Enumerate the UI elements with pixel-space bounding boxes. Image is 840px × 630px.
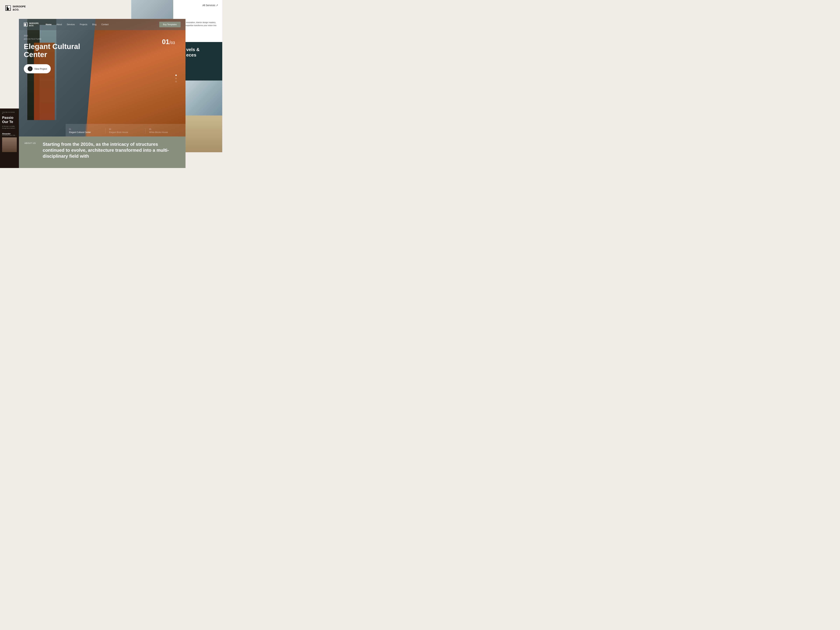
- person-name: Alexander: [2, 133, 17, 135]
- brand-name: SKROOPE &CO.: [13, 5, 26, 11]
- about-section: ABOUT US Starting from the 2010s, as the…: [19, 136, 185, 168]
- hero-title: Elegant Cultural Center: [24, 43, 87, 58]
- slide-counter: 01/03: [162, 38, 175, 46]
- library-image: [182, 115, 222, 152]
- project-num-3: 03.: [149, 128, 182, 130]
- view-project-label: View Project: [34, 68, 47, 70]
- person-title: FOUNDER AND CRE...: [2, 135, 17, 136]
- dot-1[interactable]: [175, 74, 177, 76]
- hero-building-right: [85, 19, 185, 138]
- left-badge: YOU'RE IN GOOD H...: [2, 112, 17, 114]
- svg-rect-4: [25, 24, 26, 26]
- person-avatar: [2, 137, 17, 152]
- nav-logo-icon: [24, 22, 28, 27]
- nav-contact[interactable]: Contact: [101, 23, 109, 26]
- passion-title: Passio Our Te: [2, 115, 17, 124]
- dot-3[interactable]: [175, 81, 177, 82]
- svg-rect-2: [8, 6, 11, 8]
- right-text-line1: vels &: [186, 47, 200, 52]
- top-logo[interactable]: SKROOPE &CO.: [5, 5, 26, 11]
- project-name-2: Elegant Brick House: [109, 131, 142, 134]
- project-name-1: Elegant Cultural Center: [69, 131, 102, 134]
- right-arch-image-inner: [182, 81, 222, 115]
- right-panel-text: vels & eces: [186, 47, 218, 58]
- hero-year: 2022: [24, 35, 87, 37]
- dot-2[interactable]: [175, 78, 177, 79]
- arrow-icon: ↗: [216, 4, 218, 7]
- main-card: SKROOPE &CO. Home About Services Project…: [19, 19, 185, 138]
- project-name-3: White Blocks House: [149, 131, 182, 134]
- project-item-3[interactable]: 03. White Blocks House: [145, 128, 185, 134]
- slide-current: 01: [162, 38, 169, 46]
- right-arch-image: [182, 81, 222, 115]
- right-text-line2: eces: [186, 52, 196, 58]
- project-item-1[interactable]: 01. Elegant Cultural Center: [66, 128, 106, 134]
- about-text: Starting from the 2010s, as the intricac…: [43, 141, 180, 159]
- bottom-right-image: [182, 115, 222, 152]
- arrow-icon: →: [28, 66, 33, 71]
- passion-line1: Passio: [2, 116, 13, 120]
- hero-content: 2022 ARCHITECTURE Elegant Cultural Cente…: [24, 35, 87, 73]
- about-label: ABOUT US: [25, 142, 36, 144]
- nav-home[interactable]: Home: [46, 23, 51, 26]
- project-list: 01. Elegant Cultural Center 02. Elegant …: [66, 124, 185, 138]
- passion-line2: Our Te: [2, 120, 13, 124]
- all-services-label: All Services: [202, 4, 215, 7]
- project-num-2: 02.: [109, 128, 142, 130]
- logo-icon: [5, 5, 11, 11]
- nav-brand-name: SKROOPE &CO.: [29, 22, 39, 27]
- main-navigation: SKROOPE &CO. Home About Services Project…: [19, 19, 185, 30]
- left-description: At Skroope, ou reality through faces beh…: [2, 125, 17, 129]
- nav-about[interactable]: About: [56, 23, 62, 26]
- right-dark-panel: vels & eces: [182, 42, 222, 115]
- slide-dots: [175, 74, 177, 82]
- left-person: Alexander FOUNDER AND CRE...: [2, 133, 17, 152]
- nav-logo[interactable]: SKROOPE &CO.: [24, 22, 39, 27]
- view-project-button[interactable]: → View Project: [24, 64, 51, 73]
- arch-image: [131, 0, 173, 19]
- all-services-link[interactable]: All Services ↗: [202, 4, 218, 7]
- nav-links: Home About Services Projects Blog Contac…: [46, 23, 159, 26]
- project-item-2[interactable]: 02. Elegant Brick House: [105, 128, 145, 134]
- hero-category: ARCHITECTURE: [24, 38, 87, 40]
- nav-services[interactable]: Services: [67, 23, 75, 26]
- project-num-1: 01.: [69, 128, 102, 130]
- nav-blog[interactable]: Blog: [92, 23, 96, 26]
- left-side-content: YOU'RE IN GOOD H... Passio Our Te At Skr…: [0, 109, 19, 155]
- slide-total: 03: [171, 41, 175, 45]
- nav-projects[interactable]: Projects: [80, 23, 87, 26]
- slide-separator: /: [169, 40, 171, 45]
- buy-templates-button[interactable]: Buy Templates: [159, 22, 181, 27]
